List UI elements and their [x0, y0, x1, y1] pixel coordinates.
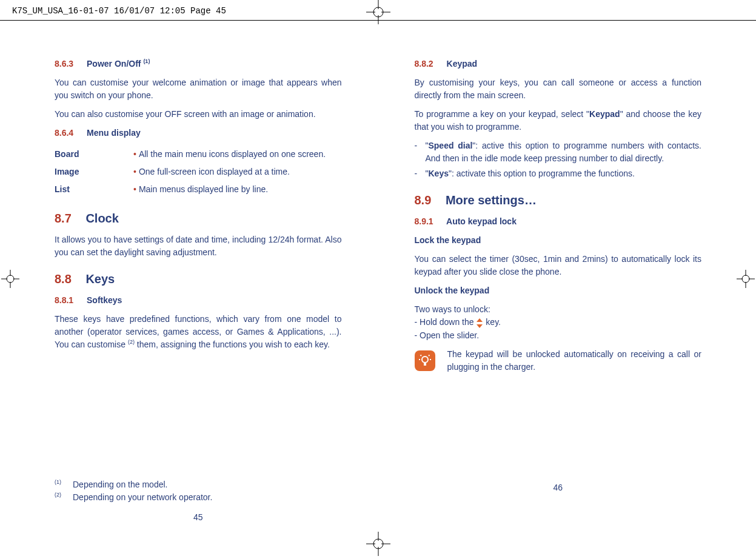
- bold-term: Keys: [428, 169, 448, 178]
- svg-line-28: [429, 355, 430, 356]
- heading-8-8: 8.8 Keys: [55, 270, 342, 288]
- list-item-body: "Keys": activate this option to programm…: [426, 167, 702, 180]
- cropmark-bottom-icon: [366, 532, 390, 556]
- heading-8-6-3: 8.6.3 Power On/Off (1): [55, 58, 342, 70]
- heading-text: Keypad: [447, 59, 478, 69]
- list-item: - "Speed dial": active this option to pr…: [415, 139, 702, 165]
- bold-term: Keypad: [589, 109, 620, 119]
- heading-8-9-1: 8.9.1 Auto keypad lock: [415, 215, 702, 228]
- svg-marker-21: [477, 324, 483, 328]
- svg-line-27: [420, 355, 421, 356]
- paragraph: You can customise your welcome animation…: [55, 76, 342, 102]
- heading-8-8-2: 8.8.2 Keypad: [415, 58, 702, 70]
- heading-text: Keys: [85, 272, 115, 286]
- row-desc: •All the main menu icons displayed on on…: [133, 146, 342, 163]
- heading-8-9: 8.9 More settings…: [415, 191, 702, 209]
- row-desc: •Main menus displayed line by line.: [133, 181, 342, 198]
- secnum: 8.9.1: [415, 216, 433, 226]
- heading-8-6-4: 8.6.4 Menu display: [55, 127, 342, 139]
- footnote-marker: (1): [55, 478, 73, 491]
- secnum: 8.9: [415, 193, 432, 207]
- table-row: Image •One full-screen icon displayed at…: [55, 163, 342, 181]
- table-row: Board •All the main menu icons displayed…: [55, 146, 342, 163]
- paragraph: To programme a key on your keypad, selec…: [415, 108, 702, 133]
- secnum: 8.6.4: [55, 128, 73, 138]
- row-desc-text: All the main menu icons displayed on one…: [139, 149, 326, 159]
- unlock-line: - Hold down the key.: [415, 316, 702, 329]
- note-text: The keypad will be unlocked automaticall…: [447, 348, 702, 373]
- svg-point-19: [742, 275, 749, 283]
- svg-point-14: [7, 275, 14, 283]
- list-item-body: "Speed dial": active this option to prog…: [426, 139, 702, 165]
- row-desc-text: One full-screen icon displayed at a time…: [139, 167, 290, 176]
- heading-text: Clock: [85, 212, 118, 225]
- dash-icon: -: [415, 167, 426, 180]
- footnotes: (1) Depending on the model. (2) Dependin…: [55, 478, 342, 504]
- cropmark-left-icon: [1, 270, 19, 288]
- heading-text: Auto keypad lock: [446, 216, 517, 226]
- heading-8-8-1: 8.8.1 Softkeys: [55, 294, 342, 307]
- unlock-line: - Open the slider.: [415, 329, 702, 342]
- secnum: 8.7: [55, 212, 72, 225]
- footnote-ref-1: (1): [143, 58, 150, 64]
- dash-icon: -: [415, 139, 426, 165]
- unlock-list: Two ways to unlock: - Hold down the key.…: [415, 303, 702, 342]
- secnum: 8.8.2: [415, 59, 433, 69]
- unlock-part: - Hold down the: [415, 317, 477, 327]
- row-label: List: [55, 181, 133, 198]
- cropmark-right-icon: [737, 270, 755, 288]
- row-desc: •One full-screen icon displayed at a tim…: [133, 163, 342, 181]
- lightbulb-icon: [415, 350, 435, 371]
- page-right: 8.8.2 Keypad By customising your keys, y…: [415, 54, 702, 524]
- heading-8-7: 8.7 Clock: [55, 209, 342, 227]
- footnote-marker: (2): [55, 491, 73, 504]
- footnote-ref-2: (2): [128, 339, 135, 345]
- para-part: To programme a key on your keypad, selec…: [415, 109, 590, 119]
- page-number: 46: [415, 481, 702, 494]
- table-row: List •Main menus displayed line by line.: [55, 181, 342, 198]
- svg-marker-20: [477, 318, 483, 322]
- list-item-rest: ": activate this option to programme the…: [449, 169, 635, 178]
- heading-text: Power On/Off: [87, 59, 143, 69]
- secnum: 8.8.1: [55, 295, 73, 305]
- page-number: 45: [55, 511, 342, 524]
- nav-key-icon: [476, 316, 483, 329]
- paragraph: You can select the timer (30sec, 1min an…: [415, 253, 702, 278]
- bold-term: Speed dial: [428, 141, 472, 150]
- secnum: 8.6.3: [55, 59, 73, 69]
- footnote-text: Depending on the model.: [73, 478, 342, 491]
- heading-text: Menu display: [87, 128, 141, 138]
- cropmark-top-icon: [366, 0, 390, 24]
- footnote-2: (2) Depending on your network operator.: [55, 491, 342, 504]
- paragraph: You can also customise your OFF screen w…: [55, 108, 342, 121]
- paragraph: These keys have predefined functions, wh…: [55, 313, 342, 351]
- footnote-1: (1) Depending on the model.: [55, 478, 342, 491]
- heading-text: Softkeys: [87, 295, 122, 305]
- row-desc-text: Main menus displayed line by line.: [139, 184, 268, 194]
- row-label: Image: [55, 163, 133, 181]
- subheading-unlock: Unlock the keypad: [415, 284, 702, 297]
- para-part: them, assigning the functions you wish t…: [135, 340, 330, 349]
- page-left: 8.6.3 Power On/Off (1) You can customise…: [55, 54, 342, 524]
- note-box: The keypad will be unlocked automaticall…: [415, 348, 702, 373]
- row-label: Board: [55, 146, 133, 163]
- paragraph: By customising your keys, you can call s…: [415, 76, 702, 102]
- paragraph: It allows you to have settings of date a…: [55, 233, 342, 259]
- heading-text: More settings…: [446, 193, 537, 207]
- secnum: 8.8: [55, 272, 72, 286]
- svg-point-22: [422, 356, 428, 363]
- menu-display-table: Board •All the main menu icons displayed…: [55, 146, 342, 198]
- footnote-text: Depending on your network operator.: [73, 491, 342, 504]
- subheading-lock: Lock the keypad: [415, 234, 702, 247]
- list-item: - "Keys": activate this option to progra…: [415, 167, 702, 180]
- unlock-line: Two ways to unlock:: [415, 303, 702, 316]
- unlock-part: key.: [483, 317, 501, 327]
